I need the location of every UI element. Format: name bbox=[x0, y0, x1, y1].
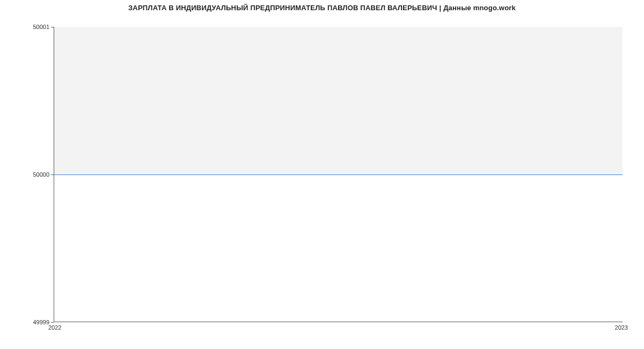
x-axis bbox=[54, 322, 623, 322]
x-tick-label: 2023 bbox=[615, 322, 628, 331]
y-axis bbox=[54, 27, 54, 322]
chart-title: ЗАРПЛАТА В ИНДИВИДУАЛЬНЫЙ ПРЕДПРИНИМАТЕЛ… bbox=[0, 4, 644, 12]
y-tick-label: 50001 bbox=[33, 24, 54, 30]
y-tick-label: 50000 bbox=[33, 171, 54, 178]
area-fill bbox=[54, 27, 623, 174]
data-line bbox=[54, 174, 623, 175]
plot-area: 50001 50000 49999 2022 2023 bbox=[54, 27, 623, 322]
x-tick-label: 2022 bbox=[48, 322, 61, 331]
